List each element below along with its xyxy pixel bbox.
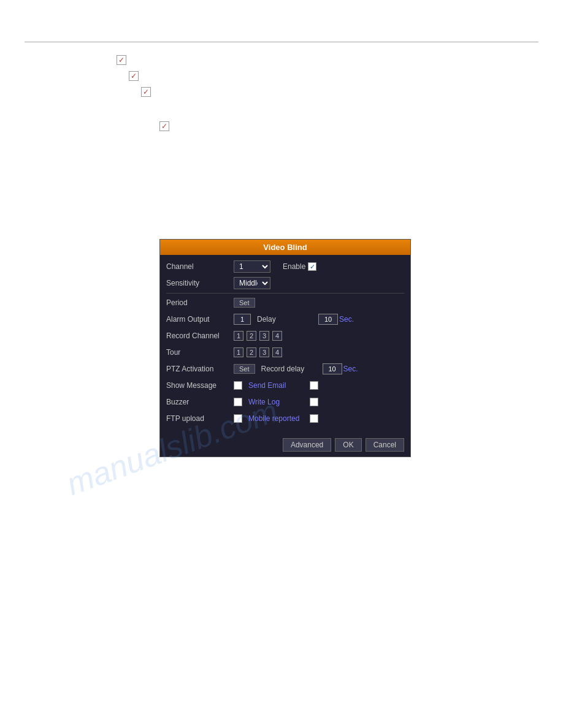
record-ch4[interactable]: 4 xyxy=(272,331,282,341)
sensitivity-select[interactable]: Middle Low High xyxy=(234,277,270,289)
checkbox-icon-2: ✓ xyxy=(129,71,139,81)
tour-ch2[interactable]: 2 xyxy=(247,347,256,357)
sensitivity-control: Middle Low High xyxy=(234,277,270,289)
record-ch3[interactable]: 3 xyxy=(259,331,269,341)
ftp-row: FTP upload Mobile reported xyxy=(166,412,404,425)
send-email-checkbox[interactable] xyxy=(310,381,318,390)
mobile-reported-label: Mobile reported xyxy=(248,414,310,423)
buzzer-row: Buzzer Write Log xyxy=(166,395,404,409)
ftp-upload-checkbox[interactable] xyxy=(234,414,242,423)
cancel-button[interactable]: Cancel xyxy=(366,438,404,452)
period-row: Period Set xyxy=(166,296,404,309)
period-set-button[interactable]: Set xyxy=(234,298,255,308)
checkbox-icon-4: ✓ xyxy=(159,121,169,131)
mobile-reported-checkbox[interactable] xyxy=(310,414,318,423)
tour-ch4[interactable]: 4 xyxy=(272,347,282,357)
dialog-title: Video Blind xyxy=(160,240,410,255)
channel-select[interactable]: 1 2 3 4 xyxy=(234,260,270,273)
checkbox-list: ✓ ✓ ✓ ✓ xyxy=(117,55,169,131)
list-item: ✓ xyxy=(117,55,169,65)
enable-checkbox[interactable] xyxy=(308,262,316,271)
record-delay-label: Record delay xyxy=(261,365,323,373)
channel-label: Channel xyxy=(166,262,234,271)
tour-ch3[interactable]: 3 xyxy=(259,347,269,357)
record-ch2[interactable]: 2 xyxy=(247,331,256,341)
send-email-label: Send Email xyxy=(248,381,310,390)
ftp-upload-label: FTP upload xyxy=(166,414,234,423)
record-channel-label: Record Channel xyxy=(166,332,234,340)
alarm-output-control: 1 xyxy=(234,314,251,325)
record-channel-control: 1 2 3 4 xyxy=(234,331,283,341)
sensitivity-row: Sensitivity Middle Low High xyxy=(166,276,404,290)
tour-ch1[interactable]: 1 xyxy=(234,347,243,357)
ptz-label: PTZ Activation xyxy=(166,365,234,373)
delay-unit: Sec. xyxy=(339,315,354,324)
tour-control: 1 2 3 4 xyxy=(234,347,283,357)
video-blind-dialog: Video Blind Channel 1 2 3 4 Enable Sensi… xyxy=(159,239,411,457)
separator-1 xyxy=(166,293,404,294)
dialog-footer: Advanced OK Cancel xyxy=(160,433,410,457)
advanced-button[interactable]: Advanced xyxy=(283,438,331,452)
record-delay-value[interactable]: 10 xyxy=(323,363,342,374)
ok-button[interactable]: OK xyxy=(335,438,361,452)
write-log-checkbox[interactable] xyxy=(310,398,318,406)
delay-label: Delay xyxy=(257,315,318,324)
show-message-checkbox[interactable] xyxy=(234,381,242,390)
period-label: Period xyxy=(166,298,234,307)
ptz-set-button[interactable]: Set xyxy=(234,364,255,374)
alarm-output-value: 1 xyxy=(234,314,251,325)
show-message-label: Show Message xyxy=(166,381,234,390)
enable-label: Enable xyxy=(283,262,305,271)
tour-row: Tour 1 2 3 4 xyxy=(166,346,404,359)
record-delay-unit: Sec. xyxy=(343,365,358,373)
buzzer-label: Buzzer xyxy=(166,398,234,406)
sensitivity-label: Sensitivity xyxy=(166,279,234,287)
alarm-output-label: Alarm Output xyxy=(166,315,234,324)
record-channel-row: Record Channel 1 2 3 4 xyxy=(166,329,404,343)
channel-row: Channel 1 2 3 4 Enable xyxy=(166,260,404,273)
write-log-label: Write Log xyxy=(248,398,310,406)
dialog-body: Channel 1 2 3 4 Enable Sensitivity Middl… xyxy=(160,255,410,433)
channel-control: 1 2 3 4 xyxy=(234,260,270,273)
record-ch1[interactable]: 1 xyxy=(234,331,243,341)
alarm-output-row: Alarm Output 1 Delay 10 Sec. xyxy=(166,313,404,326)
top-divider xyxy=(25,42,538,42)
delay-value[interactable]: 10 xyxy=(318,314,338,325)
tour-label: Tour xyxy=(166,348,234,357)
list-item: ✓ xyxy=(129,71,169,81)
show-message-row: Show Message Send Email xyxy=(166,379,404,392)
ptz-row: PTZ Activation Set Record delay 10 Sec. xyxy=(166,362,404,376)
checkbox-icon-1: ✓ xyxy=(117,55,126,65)
list-item: ✓ xyxy=(141,87,169,97)
list-item: ✓ xyxy=(159,121,169,131)
buzzer-checkbox[interactable] xyxy=(234,398,242,406)
checkbox-icon-3: ✓ xyxy=(141,87,151,97)
